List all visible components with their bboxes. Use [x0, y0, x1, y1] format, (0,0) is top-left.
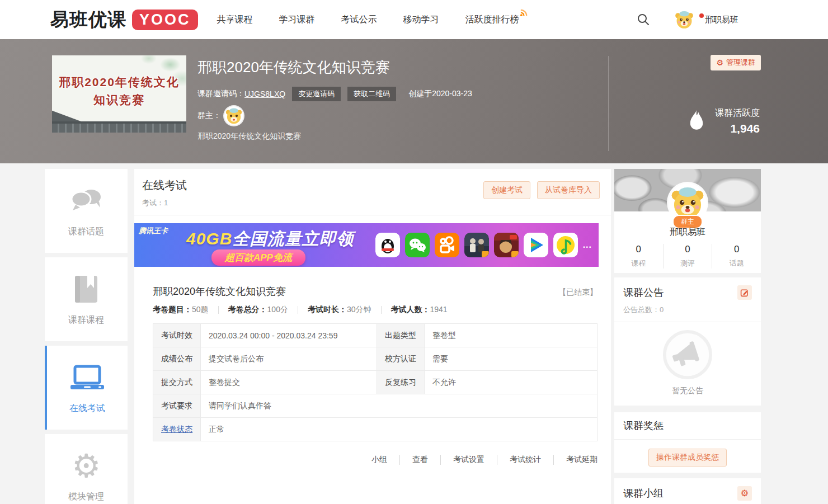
wechat-icon: [405, 233, 430, 257]
exam-count: 考试：1: [142, 198, 187, 208]
sidebar-item-module-management[interactable]: ⚙ 模块管理: [45, 434, 128, 504]
change-invite-code-button[interactable]: 变更邀请码: [292, 87, 341, 101]
stat-label: 考试人数：: [391, 305, 430, 314]
create-exam-button[interactable]: 创建考试: [483, 181, 530, 199]
stat-value: 100分: [267, 305, 288, 314]
sidebar-item-group-topics[interactable]: 课群话题: [45, 169, 128, 253]
action-group[interactable]: 小组: [371, 455, 387, 465]
exam-stats-row: 考卷题目：50题 考卷总分：100分 考试时长：30分钟 考试人数：1941: [153, 305, 598, 323]
action-view[interactable]: 查看: [399, 455, 428, 465]
sidebar-item-group-courses[interactable]: 课群课程: [45, 257, 128, 341]
stat-divider: [298, 306, 298, 314]
stat-value: 50题: [192, 305, 209, 314]
stat-participants: 考试人数：1941: [391, 305, 448, 315]
course-group-description: 邢职2020年传统文化知识竞赛: [197, 131, 472, 142]
detail-label: 考试要求: [153, 394, 201, 418]
ad-headline: 40GB全国流量立即领: [186, 228, 354, 251]
nav-item-exam-notice[interactable]: 考试公示: [341, 14, 377, 26]
logo-text: 易班优课: [50, 7, 126, 32]
qq-icon: [375, 233, 400, 257]
groups-settings-button[interactable]: ⚙: [737, 486, 752, 501]
bear-avatar-icon: [224, 106, 243, 125]
exam-title[interactable]: 邢职2020年传统文化知识竞赛: [153, 285, 286, 298]
nav-item-activity-ranking[interactable]: 活跃度排行榜: [465, 14, 519, 26]
stat-label: 测评: [664, 258, 712, 269]
detail-label: 出题类型: [377, 324, 425, 347]
paper-status-link[interactable]: 考卷状态: [153, 418, 201, 441]
game-pubg-icon: [464, 233, 489, 257]
groups-title: 课群小组: [623, 487, 664, 500]
user-name[interactable]: 邢职易班: [705, 15, 738, 25]
table-row: 考卷状态 正常: [153, 418, 598, 441]
exam-actions-row: 小组 查看 考试设置 考试统计 考试延期: [153, 455, 598, 465]
announcement-header: 课群公告: [623, 285, 752, 300]
ad-brand-logo: 腾讯王卡: [139, 226, 168, 236]
action-exam-settings[interactable]: 考试设置: [440, 455, 484, 465]
exam-header: 邢职2020年传统文化知识竞赛 【已结束】: [153, 278, 598, 305]
import-from-bank-button[interactable]: 从试卷库导入: [537, 181, 600, 199]
owner-avatar[interactable]: [224, 106, 243, 125]
invite-code-link[interactable]: UJGS8LXQ: [244, 90, 285, 98]
action-exam-statistics[interactable]: 考试统计: [497, 455, 541, 465]
hot-signal-icon: [520, 8, 528, 17]
stat-value: 30分钟: [347, 305, 371, 314]
get-qrcode-button[interactable]: 获取二维码: [347, 87, 396, 101]
gear-icon: ⚙: [741, 489, 749, 498]
cover-title-line2: 知识竞赛: [52, 92, 186, 108]
sidebar-item-online-exam[interactable]: 在线考试: [45, 346, 128, 430]
exam-section: 邢职2020年传统文化知识竞赛 【已结束】 考卷题目：50题 考卷总分：100分…: [153, 278, 598, 465]
owner-label: 群主：: [197, 111, 221, 121]
action-exam-extension[interactable]: 考试延期: [553, 455, 598, 465]
logo[interactable]: 易班优课 YOOC: [50, 7, 198, 32]
divider: [614, 439, 761, 440]
roof-tiles-decoration: [52, 121, 186, 133]
edit-announcement-button[interactable]: [737, 285, 752, 300]
nav-item-mobile-learning[interactable]: 移动学习: [403, 14, 439, 26]
activity-label: 课群活跃度: [715, 107, 760, 119]
stat-value: 0: [712, 244, 761, 255]
qq-music-icon: [553, 233, 578, 257]
notification-dot: [699, 13, 704, 18]
ad-headline-em: 40GB: [186, 229, 232, 248]
pencil-square-icon: [740, 288, 749, 297]
nav-item-shared-courses[interactable]: 共享课程: [217, 14, 253, 26]
rewards-header: 课群奖惩: [623, 419, 752, 432]
sidebar-item-label: 模块管理: [68, 491, 104, 503]
hero-text-block: 邢职2020年传统文化知识竞赛 课群邀请码： UJGS8LXQ 变更邀请码 获取…: [197, 58, 472, 142]
stat-value: 0: [664, 244, 712, 255]
announcement-title: 课群公告: [623, 286, 664, 299]
nav-right: 邢职易班: [637, 9, 738, 30]
ad-more-dots: ...: [583, 240, 592, 250]
groups-card: 课群小组 ⚙ 小组总数：0: [614, 478, 761, 504]
activity-block: 课群活跃度 1,946: [686, 107, 760, 135]
user-avatar[interactable]: [674, 9, 695, 30]
stat-assessments: 0 测评: [663, 244, 712, 269]
detail-value: 整卷型: [425, 324, 598, 347]
chat-bubbles-icon: [68, 185, 104, 217]
member-rewards-button[interactable]: 操作课群成员奖惩: [648, 449, 727, 467]
logo-badge: YOOC: [132, 10, 198, 30]
detail-value: 2020.03.24 00:00 - 2020.03.24 23:59: [201, 324, 377, 347]
stat-total-score: 考卷总分：100分: [228, 305, 288, 315]
search-icon[interactable]: [637, 13, 650, 26]
stat-label: 考试时长：: [308, 305, 347, 314]
book-icon: [70, 273, 102, 305]
detail-label: 考试时效: [153, 324, 201, 347]
sidebar-item-label: 课群话题: [68, 226, 104, 238]
bear-avatar-icon: [674, 9, 695, 30]
detail-label: 成绩公布: [153, 347, 201, 371]
detail-value: 整卷提交: [201, 371, 377, 394]
stat-divider: [218, 306, 219, 314]
ad-banner[interactable]: 腾讯王卡 40GB全国流量立即领 超百款APP免流: [134, 223, 599, 267]
exam-status-badge: 【已结束】: [558, 288, 598, 298]
manage-group-button[interactable]: ⚙ 管理课群: [711, 55, 761, 70]
content-area: 课群话题 课群课程: [45, 163, 761, 504]
nav-item-study-groups[interactable]: 学习课群: [279, 14, 315, 26]
table-row: 提交方式 整卷提交 反复练习 不允许: [153, 371, 598, 394]
gear-glyph: ⚙: [72, 450, 101, 482]
flame-icon: [686, 109, 707, 134]
ad-headline-rest: 全国流量立即领: [232, 229, 354, 248]
table-row: 成绩公布 提交试卷后公布 校方认证 需要: [153, 347, 598, 371]
table-row: 考试要求 请同学们认真作答: [153, 394, 598, 418]
stat-topics: 0 话题: [712, 244, 761, 269]
